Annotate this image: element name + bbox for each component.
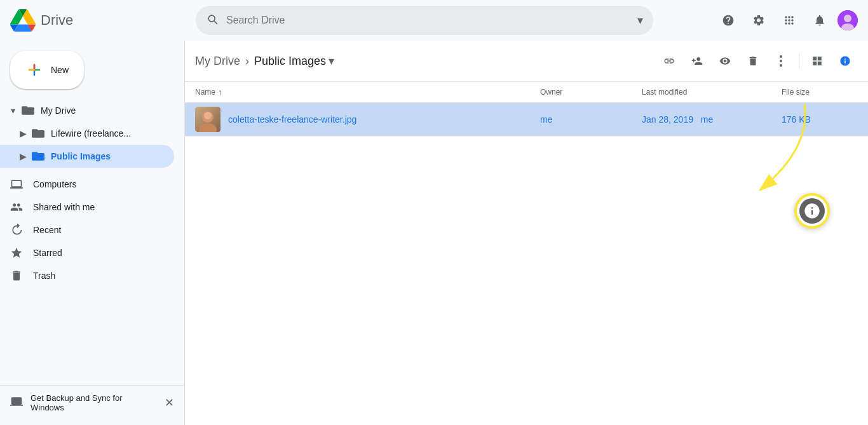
search-input[interactable]	[226, 15, 630, 26]
apps-button[interactable]	[776, 8, 802, 33]
app-title: Drive	[41, 12, 73, 29]
search-bar[interactable]: ▾	[196, 6, 653, 35]
notifications-button[interactable]	[807, 8, 832, 33]
sidebar-item-my-drive[interactable]: ▾ My Drive	[0, 99, 174, 122]
my-drive-icon	[20, 103, 36, 118]
starred-label: Starred	[33, 248, 62, 258]
sort-arrow: ↑	[218, 87, 222, 97]
breadcrumb-current: Public Images ▾	[254, 54, 334, 68]
delete-button[interactable]	[740, 48, 766, 74]
sidebar-item-lifewire[interactable]: ▶ Lifewire (freelance...	[0, 122, 174, 145]
sidebar-item-computers[interactable]: Computers	[0, 173, 174, 196]
breadcrumb-current-text: Public Images	[254, 55, 326, 68]
new-button-icon	[25, 61, 43, 79]
recent-icon	[10, 224, 23, 236]
sidebar-item-trash[interactable]: Trash	[0, 264, 174, 287]
info-overlay	[794, 193, 830, 229]
svg-point-9	[780, 64, 782, 67]
trash-label: Trash	[33, 271, 55, 281]
column-name[interactable]: Name ↑	[195, 87, 540, 97]
sidebar-item-shared[interactable]: Shared with me	[0, 196, 174, 219]
breadcrumb-actions	[656, 48, 858, 74]
public-images-label: Public Images	[46, 151, 111, 161]
file-name: coletta-teske-freelance-writer.jpg	[228, 114, 540, 125]
topbar-icons	[715, 8, 858, 33]
search-icon	[206, 13, 219, 29]
logo-area: Drive	[10, 8, 188, 33]
more-actions-button[interactable]	[768, 48, 794, 74]
trash-icon	[10, 269, 23, 282]
new-button[interactable]: New	[10, 51, 84, 89]
info-panel-button[interactable]	[832, 48, 858, 74]
svg-point-7	[780, 55, 782, 58]
breadcrumb-separator: ›	[245, 55, 249, 68]
computers-label: Computers	[33, 179, 76, 189]
file-thumbnail	[195, 107, 220, 132]
column-owner: Owner	[540, 88, 642, 97]
shared-label: Shared with me	[33, 202, 95, 212]
new-button-label: New	[51, 65, 69, 75]
avatar[interactable]	[837, 10, 858, 30]
expand-icon-lifewire: ▶	[15, 128, 31, 138]
annotation-arrow	[703, 98, 817, 212]
sidebar-item-recent[interactable]: Recent	[0, 219, 174, 241]
breadcrumb-dropdown-icon[interactable]: ▾	[329, 54, 334, 68]
close-backup-button[interactable]: ✕	[165, 396, 174, 410]
breadcrumb-parent[interactable]: My Drive	[195, 55, 240, 68]
computers-icon	[10, 178, 23, 191]
sidebar-bottom: Get Backup and Sync for Windows ✕	[0, 385, 184, 420]
column-size: File size	[782, 88, 858, 97]
starred-icon	[10, 246, 23, 259]
sidebar: New ▾ My Drive ▶ Lifewire (freelance... …	[0, 41, 184, 425]
backup-sync-icon	[10, 395, 23, 411]
share-button[interactable]	[684, 48, 710, 74]
main-layout: New ▾ My Drive ▶ Lifewire (freelance... …	[0, 41, 868, 425]
lifewire-label: Lifewire (freelance...	[46, 128, 131, 138]
svg-point-11	[199, 123, 217, 132]
public-images-folder-icon	[31, 149, 46, 164]
svg-point-12	[204, 112, 212, 119]
column-modified: Last modified	[642, 88, 782, 97]
shared-icon	[10, 201, 23, 213]
topbar: Drive ▾	[0, 0, 868, 41]
expand-icon: ▾	[5, 105, 20, 116]
preview-button[interactable]	[712, 48, 738, 74]
sidebar-item-starred[interactable]: Starred	[0, 241, 174, 264]
expand-icon-public: ▶	[15, 151, 31, 161]
settings-button[interactable]	[746, 8, 771, 33]
sidebar-item-public-images[interactable]: ▶ Public Images	[0, 145, 174, 168]
view-divider	[799, 53, 799, 69]
my-drive-label: My Drive	[36, 105, 76, 116]
file-owner: me	[540, 114, 642, 125]
column-name-label: Name	[195, 88, 215, 97]
svg-point-8	[780, 60, 782, 62]
lifewire-folder-icon	[31, 126, 46, 141]
google-drive-logo	[10, 8, 36, 33]
breadcrumb-bar: My Drive › Public Images ▾	[185, 41, 868, 82]
help-button[interactable]	[715, 8, 741, 33]
content-area: My Drive › Public Images ▾	[184, 41, 868, 425]
get-link-button[interactable]	[656, 48, 682, 74]
search-expand-icon[interactable]: ▾	[637, 13, 643, 27]
svg-point-1	[844, 15, 851, 22]
backup-sync-text: Get Backup and Sync for Windows	[31, 393, 157, 412]
recent-label: Recent	[33, 225, 61, 235]
grid-view-button[interactable]	[804, 48, 830, 74]
